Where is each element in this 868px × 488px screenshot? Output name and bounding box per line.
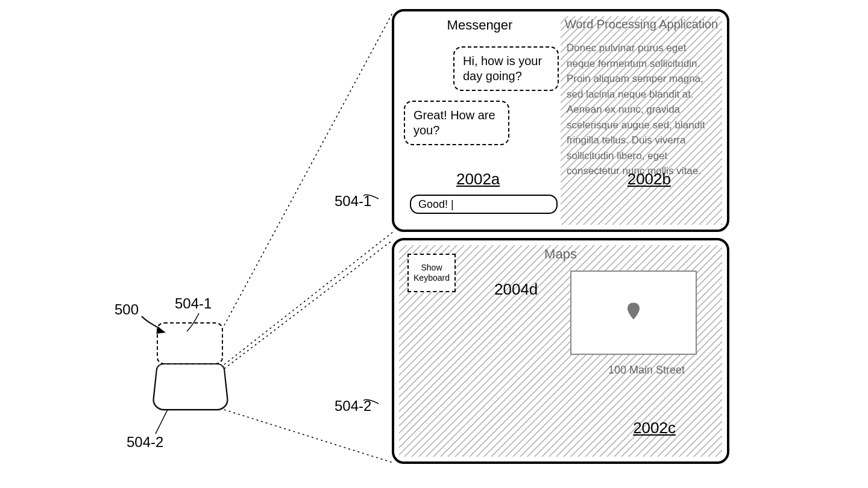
ref-500: 500 [115,301,139,318]
wordproc-pane: Word Processing Application Donec pulvin… [561,16,722,225]
ref-2002a: 2002a [456,170,500,189]
ref-504-2-mini: 504-2 [127,434,163,451]
ref-2004d: 2004d [494,280,538,299]
device-miniature [157,322,223,411]
top-screen: Messenger Hi, how is your day going? Gre… [392,9,729,232]
ref-504-2-big: 504-2 [335,398,371,414]
ref-504-1-big: 504-1 [335,193,371,210]
ref-504-1-mini: 504-1 [175,295,212,312]
map-pin-icon [627,302,640,319]
device-mini-bottom-panel [151,363,229,410]
ref-2002b: 2002b [627,170,671,189]
map-viewport[interactable] [570,271,697,355]
device-mini-top-panel [157,322,223,364]
bottom-screen: Show Keyboard Maps 100 Main Street 2002c [392,238,729,464]
chat-bubble-outgoing: Great! How are you? [404,101,509,145]
wordproc-body: Donec pulvinar purus eget neque fermentu… [567,40,716,179]
maps-title: Maps [394,246,727,262]
chat-bubble-incoming: Hi, how is your day going? [453,46,559,91]
map-address: 100 Main Street [608,364,685,377]
wordproc-title: Word Processing Application [561,17,722,31]
messenger-pane: Messenger Hi, how is your day going? Gre… [399,16,561,225]
ref-2002c: 2002c [633,419,676,437]
messenger-title: Messenger [399,17,561,33]
message-input[interactable]: Good! | [410,195,558,214]
